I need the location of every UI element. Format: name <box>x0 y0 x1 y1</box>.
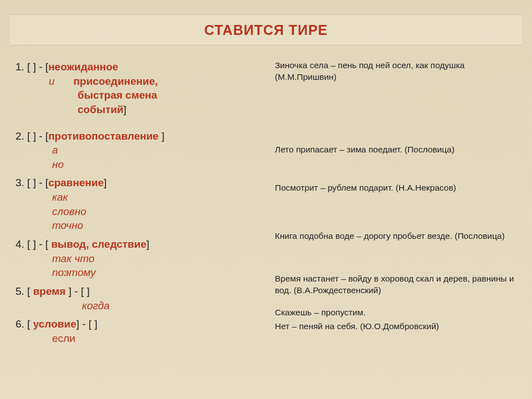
rule-1: 1. [ ] - [неожиданное иприсоединение, бы… <box>16 60 268 117</box>
rule-5-key: время <box>33 285 66 297</box>
example-6b: Нет – пеняй на себя. (Ю.О.Домбровский) <box>275 321 519 332</box>
example-1: Зиночка села – пень под ней осел, как по… <box>275 60 519 83</box>
example-2: Лето припасает – зима поедает. (Пословиц… <box>275 144 519 156</box>
rule-3-sub1: как <box>52 190 268 204</box>
rule-4-head: 4. [ ] - [ <box>16 238 51 250</box>
rule-4-sub2: поэтому <box>52 265 268 280</box>
page-title: СТАВИТСЯ ТИРЕ <box>204 22 328 38</box>
rule-2-sub2: но <box>52 157 268 172</box>
rule-5-head: 5. [ <box>16 285 33 297</box>
rule-1-key2: присоединение, <box>74 75 158 87</box>
rule-5-head2: ] - [ ] <box>65 285 89 297</box>
rule-6-head2: ] - [ ] <box>76 318 98 330</box>
rule-1-key4: событий <box>78 104 124 115</box>
rule-1-conj: и <box>49 75 55 87</box>
rule-3-close: ] <box>104 177 106 188</box>
rule-3: 3. [ ] - [сравнение] как словно точно <box>16 176 268 233</box>
rule-4: 4. [ ] - [ вывод, следствие] так что поэ… <box>16 237 268 280</box>
rule-2-close: ] <box>161 130 164 142</box>
example-6a: Скажешь – пропустим. <box>275 307 519 319</box>
example-4: Книга подобна воде – дорогу пробьет везд… <box>275 231 519 242</box>
rule-2-key: противопоставление <box>48 130 161 142</box>
example-6: Скажешь – пропустим. Нет – пеняй на себя… <box>275 307 519 332</box>
rule-2-sub1: а <box>52 143 268 157</box>
rule-2-head: 2. [ ] - [ <box>16 130 48 142</box>
rule-3-key: сравнение <box>48 177 104 188</box>
rule-3-sub2: словно <box>52 204 268 219</box>
rule-1-close: ] <box>124 104 126 115</box>
example-3: Посмотрит – рублем подарит. (Н.А.Некрасо… <box>275 182 519 194</box>
rule-2: 2. [ ] - [противопоставление ] а но <box>16 129 268 172</box>
rule-4-key: вывод, следствие <box>51 238 146 250</box>
content-columns: 1. [ ] - [неожиданное иприсоединение, бы… <box>16 60 521 389</box>
example-5: Время настанет – войду в хоровод скал и … <box>275 273 519 296</box>
rule-1-head: 1. [ ] - [ <box>16 61 48 73</box>
rule-6: 6. [ условие] - [ ] если <box>16 317 268 345</box>
rule-4-sub1: так что <box>52 252 268 266</box>
rules-column: 1. [ ] - [неожиданное иприсоединение, бы… <box>16 60 268 389</box>
rule-3-sub3: точно <box>52 218 268 233</box>
rule-1-key3: быстрая смена <box>78 89 157 101</box>
rule-3-head: 3. [ ] - [ <box>16 177 48 188</box>
rule-5: 5. [ время ] - [ ] когда <box>16 284 268 313</box>
rule-4-close: ] <box>146 238 149 250</box>
rule-6-sub1: если <box>52 331 268 346</box>
rule-6-key: условие <box>33 318 76 330</box>
examples-column: Зиночка села – пень под ней осел, как по… <box>275 60 521 389</box>
rule-1-key1: неожиданное <box>48 61 118 73</box>
title-band: СТАВИТСЯ ТИРЕ <box>10 14 522 45</box>
rule-5-sub1: когда <box>82 299 268 313</box>
rule-6-head: 6. [ <box>16 318 33 330</box>
